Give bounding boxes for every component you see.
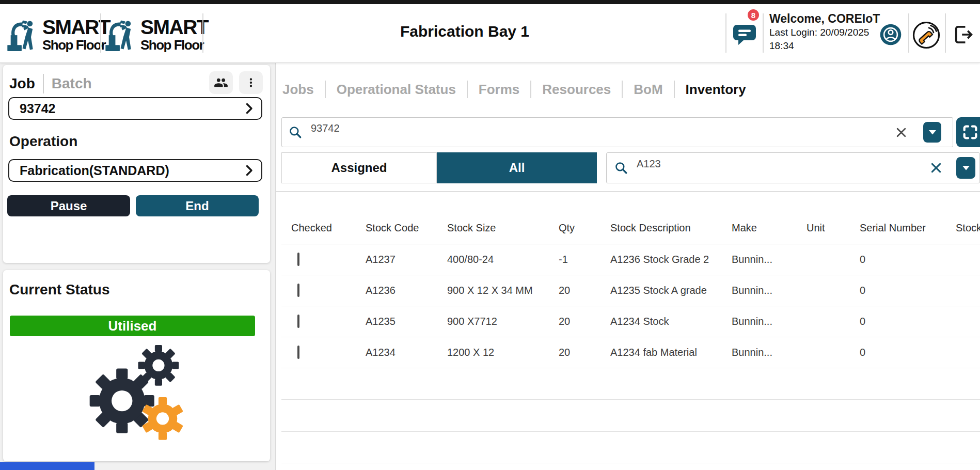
call-button[interactable]: [912, 21, 941, 52]
search-icon: [289, 126, 302, 139]
clear-stock-search-button[interactable]: [929, 161, 943, 175]
tab-operational-status[interactable]: Operational Status: [326, 82, 467, 98]
cell-qty: 20: [537, 347, 599, 358]
chat-icon: [732, 23, 757, 46]
cell-stock-description: A1236 Stock Grade 2: [599, 254, 720, 265]
cell-stock-code: A1235: [354, 316, 434, 327]
last-login-time: 18:34: [769, 39, 880, 53]
logo-robot-person-icon: [104, 17, 136, 52]
search-icon: [614, 161, 628, 175]
cell-stock-size: 400/80-24: [434, 254, 537, 265]
account-icon: [879, 23, 903, 46]
fullscreen-button[interactable]: [956, 117, 980, 147]
logo-text-bottom: Shop Floor: [140, 38, 208, 52]
header-divider: [908, 13, 909, 53]
cell-qty: 20: [537, 285, 599, 296]
cell-make: Bunnin...: [720, 316, 795, 327]
tab-batch[interactable]: Batch: [52, 75, 92, 92]
tab-job[interactable]: Job: [9, 75, 35, 92]
main-tab-bar: Jobs Operational Status Forms Resources …: [282, 77, 757, 101]
stock-search-dropdown-button[interactable]: [956, 157, 975, 179]
current-status-label: Current Status: [9, 281, 109, 298]
tab-forms[interactable]: Forms: [468, 82, 530, 98]
tab-divider: [43, 74, 44, 93]
inventory-table: Checked Stock Code Stock Size Qty Stock …: [281, 212, 980, 463]
top-strip: [0, 0, 980, 4]
clear-job-search-button[interactable]: [894, 126, 908, 139]
toggle-all[interactable]: All: [437, 152, 597, 183]
header-divider: [100, 13, 101, 53]
column-header-stock: Stock: [945, 222, 980, 234]
table-row[interactable]: A1234 1200 X 12 20 A1234 fab Material Bu…: [281, 337, 980, 368]
job-search-value: 93742: [311, 122, 894, 134]
column-header-stock-description: Stock Description: [599, 222, 720, 234]
stock-search-input[interactable]: A123: [606, 152, 980, 183]
column-header-serial-number: Serial Number: [849, 222, 945, 234]
app-logo: SMART Shop Floor: [6, 14, 110, 54]
section-divider: [276, 191, 980, 192]
pause-button[interactable]: Pause: [7, 195, 130, 216]
job-search-dropdown-button[interactable]: [923, 122, 941, 143]
header-divider: [945, 13, 946, 53]
logo-text: SMART Shop Floor: [140, 17, 208, 52]
logout-icon: [951, 23, 975, 46]
user-info: Welcome, COREIoT Last Login: 20/09/2025 …: [769, 11, 880, 53]
column-header-qty: Qty: [537, 222, 599, 234]
row-checkbox[interactable]: [297, 315, 299, 328]
header-divider: [763, 13, 764, 53]
cell-serial-number: 0: [849, 347, 945, 358]
cell-stock-size: 900 X 12 X 34 MM: [434, 285, 537, 296]
logo-text-top: SMART: [140, 17, 208, 37]
header: SMART Shop Floor SMART Shop: [0, 4, 980, 63]
last-login-date: Last Login: 20/09/2025: [769, 26, 880, 39]
table-row[interactable]: A1235 900 X7712 20 A1234 Stock Bunnin...…: [281, 306, 980, 337]
cell-stock-size: 1200 X 12: [434, 347, 537, 358]
welcome-text: Welcome, COREIoT: [769, 11, 880, 26]
clear-icon: [930, 162, 942, 174]
page-title: Fabrication Bay 1: [294, 23, 635, 40]
account-button[interactable]: [879, 23, 903, 49]
table-row[interactable]: A1237 400/80-24 -1 A1236 Stock Grade 2 B…: [281, 244, 980, 275]
tab-jobs[interactable]: Jobs: [282, 82, 325, 98]
logout-button[interactable]: [951, 23, 975, 49]
column-header-make: Make: [720, 222, 795, 234]
cell-stock-description: A1235 Stock A grade: [599, 285, 720, 296]
job-search-input[interactable]: 93742: [281, 117, 953, 147]
notifications-button[interactable]: [732, 23, 758, 48]
toggle-assigned[interactable]: Assigned: [281, 152, 437, 183]
tab-resources[interactable]: Resources: [531, 82, 622, 98]
column-header-checked: Checked: [281, 222, 354, 234]
cell-make: Bunnin...: [720, 254, 795, 265]
row-checkbox[interactable]: [297, 284, 299, 297]
table-row[interactable]: A1236 900 X 12 X 34 MM 20 A1235 Stock A …: [281, 275, 980, 306]
job-batch-tabs: Job Batch: [9, 72, 92, 95]
cell-stock-description: A1234 fab Material: [599, 347, 720, 358]
job-menu-button[interactable]: [239, 71, 263, 94]
cell-stock-code: A1234: [354, 347, 434, 358]
job-number-field[interactable]: 93742: [8, 97, 262, 120]
row-checkbox[interactable]: [297, 253, 299, 266]
operation-value: Fabrication(STANDARD): [20, 163, 246, 178]
tab-bom[interactable]: BoM: [623, 82, 673, 98]
operation-label: Operation: [9, 133, 77, 150]
empty-table-row: [281, 432, 980, 463]
cell-serial-number: 0: [849, 285, 945, 296]
cell-stock-code: A1236: [354, 285, 434, 296]
cell-stock-code: A1237: [354, 254, 434, 265]
current-status-panel: Current Status Utilised: [3, 270, 270, 461]
clear-icon: [895, 127, 907, 138]
operation-field[interactable]: Fabrication(STANDARD): [8, 159, 262, 182]
chevron-right-icon: [246, 165, 253, 176]
column-header-unit: Unit: [795, 222, 849, 234]
end-button[interactable]: End: [136, 195, 259, 216]
gears-icon: [80, 339, 191, 451]
empty-table-row: [281, 368, 980, 400]
tab-inventory[interactable]: Inventory: [675, 82, 757, 98]
assign-operators-button[interactable]: [209, 71, 233, 94]
status-badge: Utilised: [10, 316, 255, 336]
caret-down-icon: [962, 166, 970, 170]
cell-stock-size: 900 X7712: [434, 316, 537, 327]
stock-search-value: A123: [637, 158, 929, 170]
cell-make: Bunnin...: [720, 285, 795, 296]
row-checkbox[interactable]: [297, 346, 299, 359]
